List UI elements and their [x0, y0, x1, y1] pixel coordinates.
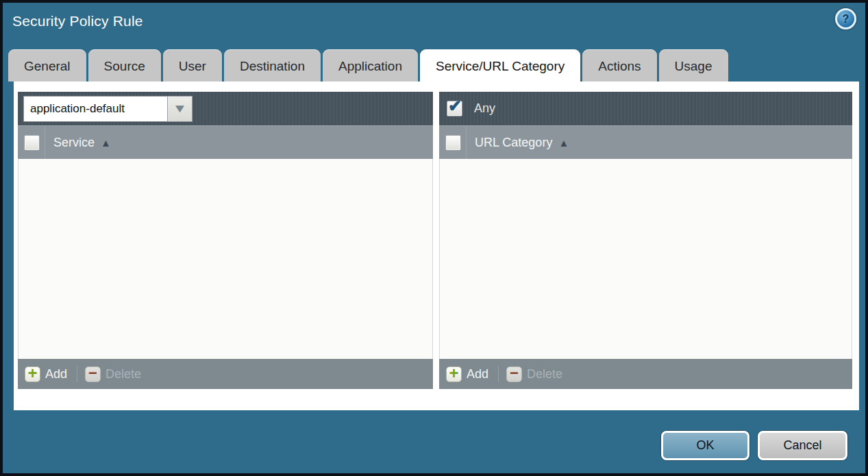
url-category-toolbar: + Add − Delete: [439, 359, 852, 389]
service-column-header-row: Service ▲: [18, 126, 433, 159]
column-divider: [466, 126, 467, 159]
column-divider: [45, 126, 45, 159]
tab-general[interactable]: General: [8, 49, 86, 82]
url-category-column-label: URL Category: [475, 136, 552, 150]
add-service-button[interactable]: + Add: [25, 366, 67, 382]
service-mode-dropdown[interactable]: application-default ▼: [23, 96, 193, 122]
cancel-button[interactable]: Cancel: [758, 431, 847, 460]
tab-user[interactable]: User: [163, 49, 222, 82]
url-category-panel: ✔ Any URL Category ▲ + Add: [439, 92, 852, 389]
minus-icon: −: [506, 366, 522, 382]
dropdown-button[interactable]: ▼: [167, 96, 193, 122]
url-category-topbar: ✔ Any: [439, 92, 852, 126]
plus-icon: +: [25, 366, 40, 382]
dialog-title: Security Policy Rule: [12, 13, 143, 29]
checkmark-icon: ✔: [448, 97, 462, 116]
sort-ascending-icon[interactable]: ▲: [101, 137, 111, 149]
any-checkbox[interactable]: ✔: [447, 101, 462, 116]
delete-service-button[interactable]: − Delete: [85, 366, 141, 382]
service-column-label: Service: [53, 136, 95, 150]
tab-destination[interactable]: Destination: [224, 49, 321, 82]
toolbar-divider: [498, 366, 499, 382]
add-url-category-button[interactable]: + Add: [446, 366, 488, 382]
delete-url-category-button[interactable]: − Delete: [506, 366, 562, 382]
select-all-services-checkbox[interactable]: [24, 135, 40, 151]
tab-source[interactable]: Source: [88, 49, 161, 82]
service-topbar: application-default ▼: [18, 92, 433, 126]
select-all-url-categories-checkbox[interactable]: [445, 135, 461, 151]
help-question-glyph: ?: [843, 13, 850, 25]
ok-button[interactable]: OK: [661, 431, 749, 460]
url-category-column-header-row: URL Category ▲: [439, 126, 852, 159]
tab-service-url-category[interactable]: Service/URL Category: [420, 49, 580, 82]
service-toolbar: + Add − Delete: [18, 359, 433, 389]
tab-actions[interactable]: Actions: [582, 49, 656, 82]
any-label: Any: [474, 101, 495, 116]
toolbar-divider: [77, 366, 77, 382]
url-category-list: [439, 159, 852, 359]
service-list: [18, 159, 433, 359]
tab-bar: GeneralSourceUserDestinationApplicationS…: [8, 49, 728, 82]
screen: Security Policy Rule ? GeneralSourceUser…: [0, 0, 868, 476]
plus-icon: +: [446, 366, 462, 382]
tab-application[interactable]: Application: [323, 49, 418, 82]
dialog-content: application-default ▼ Service ▲ +: [14, 82, 859, 410]
help-icon[interactable]: ?: [835, 8, 856, 29]
sort-ascending-icon[interactable]: ▲: [558, 137, 569, 149]
security-policy-rule-dialog: Security Policy Rule ? GeneralSourceUser…: [3, 3, 865, 473]
tab-usage[interactable]: Usage: [659, 49, 728, 82]
minus-icon: −: [85, 366, 101, 382]
chevron-down-icon: ▼: [173, 103, 188, 114]
service-panel: application-default ▼ Service ▲ +: [18, 92, 433, 389]
service-mode-value[interactable]: application-default: [23, 96, 167, 122]
